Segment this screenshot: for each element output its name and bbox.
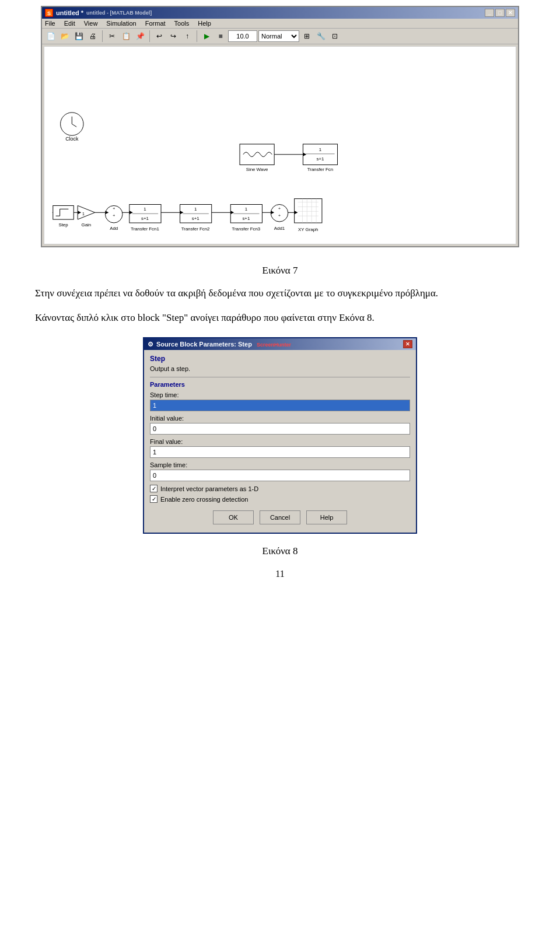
dialog-watermark: ScreenHunter <box>257 342 291 348</box>
svg-rect-13 <box>53 205 74 219</box>
svg-text:+: + <box>278 214 281 218</box>
block-xygraph[interactable]: XY Graph <box>295 199 322 232</box>
figure8-caption: Εικόνα 8 <box>35 545 525 557</box>
sim-mode-select[interactable]: Normal <box>258 30 299 42</box>
help-button[interactable]: Help <box>306 510 347 524</box>
sim-time-input[interactable] <box>228 30 257 42</box>
svg-text:1: 1 <box>194 206 197 212</box>
sample-time-input[interactable] <box>150 470 410 481</box>
minimize-button[interactable]: _ <box>485 9 494 17</box>
block-step[interactable]: Step <box>53 205 74 227</box>
svg-rect-41 <box>295 199 322 223</box>
block-tf3[interactable]: 1 s+1 Transfer Fcn3 <box>230 204 262 231</box>
toolbar-sep-1 <box>102 30 103 42</box>
svg-text:1: 1 <box>245 206 247 212</box>
toolbar-sep-3 <box>197 30 197 42</box>
menu-help[interactable]: Help <box>198 20 211 27</box>
block-tf1[interactable]: 1 s+1 Transfer Fcn1 <box>130 204 161 231</box>
svg-text:+: + <box>113 214 115 218</box>
title-bar-left: S untitled * untitled - [MATLAB Model] <box>45 9 152 17</box>
checkbox-vector-params-label: Interpret vector parameters as 1-D <box>160 485 258 492</box>
checkbox-zero-crossing: ✓ Enable zero crossing detection <box>150 495 410 503</box>
window-title-full: untitled - [MATLAB Model] <box>86 10 152 16</box>
menu-file[interactable]: File <box>45 20 55 27</box>
svg-text:Transfer Fcn1: Transfer Fcn1 <box>131 226 159 232</box>
final-value-input[interactable] <box>150 446 410 458</box>
svg-text:+: + <box>278 206 281 211</box>
ok-button[interactable]: OK <box>213 510 254 524</box>
maximize-button[interactable]: □ <box>495 9 505 17</box>
dialog-window: ⚙ Source Block Parameters: Step ScreenHu… <box>143 337 417 534</box>
library-icon[interactable]: ⊞ <box>300 30 313 43</box>
toolbar: 📄 📂 💾 🖨 ✂ 📋 📌 ↩ ↪ ↑ ▶ ■ Normal ⊞ 🔧 ⊡ <box>42 29 518 44</box>
paste-icon[interactable]: 📌 <box>134 30 146 43</box>
figure7-caption: Εικόνα 7 <box>35 265 525 276</box>
final-value-label: Final value: <box>150 438 410 445</box>
block-gain[interactable]: 1 Gain <box>78 205 95 227</box>
svg-text:Transfer Fcn3: Transfer Fcn3 <box>232 226 260 232</box>
svg-text:1: 1 <box>319 147 321 152</box>
fit-icon[interactable]: ⊡ <box>328 30 341 43</box>
canvas-svg: Clock Sine Wave 1 s+1 Transfer Fcn <box>44 47 516 244</box>
menu-bar: File Edit View Simulation Format Tools H… <box>42 19 518 29</box>
run-icon[interactable]: ▶ <box>200 30 213 43</box>
block-clock[interactable]: Clock <box>61 113 83 142</box>
redo-icon[interactable]: ↪ <box>167 30 180 43</box>
svg-text:+: + <box>113 206 115 211</box>
svg-text:Step: Step <box>58 222 68 228</box>
initial-value-input[interactable] <box>150 423 410 435</box>
title-bar: S untitled * untitled - [MATLAB Model] _… <box>42 7 518 19</box>
block-add1[interactable]: + + Add1 <box>271 204 288 230</box>
checkbox-vector-params: ✓ Interpret vector parameters as 1-D <box>150 485 410 492</box>
menu-edit[interactable]: Edit <box>64 20 75 27</box>
svg-text:Add: Add <box>110 226 118 231</box>
cancel-button[interactable]: Cancel <box>260 510 300 524</box>
paragraph2: Κάνοντας διπλό κλικ στο block "Step" ανο… <box>35 310 525 326</box>
menu-tools[interactable]: Tools <box>174 20 190 27</box>
toolbar-sep-2 <box>149 30 150 42</box>
paragraph1: Στην συνέχεια πρέπει να δοθούν τα ακριβή… <box>35 285 525 301</box>
checkbox-zero-crossing-box[interactable]: ✓ <box>150 495 158 503</box>
print-icon[interactable]: 🖨 <box>86 30 99 43</box>
block-sine-wave[interactable]: Sine Wave <box>240 144 274 172</box>
dialog-container: ⚙ Source Block Parameters: Step ScreenHu… <box>35 337 525 534</box>
simulink-canvas[interactable]: Clock Sine Wave 1 s+1 Transfer Fcn <box>44 46 516 244</box>
dialog-separator-1 <box>150 377 410 377</box>
svg-text:s+1: s+1 <box>192 216 200 221</box>
stop-icon[interactable]: ■ <box>214 30 227 43</box>
step-time-input[interactable] <box>150 400 410 411</box>
menu-view[interactable]: View <box>84 20 98 27</box>
undo-icon[interactable]: ↩ <box>153 30 166 43</box>
up-icon[interactable]: ↑ <box>181 30 194 43</box>
save-icon[interactable]: 💾 <box>72 30 85 43</box>
window-controls: _ □ ✕ <box>485 9 515 17</box>
menu-simulation[interactable]: Simulation <box>106 20 136 27</box>
block-tf2[interactable]: 1 s+1 Transfer Fcn2 <box>180 204 212 231</box>
open-icon[interactable]: 📂 <box>58 30 71 43</box>
dialog-buttons: OK Cancel Help <box>150 506 410 528</box>
new-icon[interactable]: 📄 <box>44 30 57 43</box>
svg-rect-4 <box>240 144 274 164</box>
menu-format[interactable]: Format <box>145 20 166 27</box>
copy-icon[interactable]: 📋 <box>120 30 132 43</box>
svg-text:Add1: Add1 <box>274 226 285 231</box>
svg-text:s+1: s+1 <box>141 216 149 221</box>
simulink-window: S untitled * untitled - [MATLAB Model] _… <box>41 6 519 247</box>
block-transfer-fcn-0[interactable]: 1 s+1 Transfer Fcn <box>303 144 337 172</box>
initial-value-label: Initial value: <box>150 415 410 422</box>
sample-time-label: Sample time: <box>150 461 410 468</box>
close-button[interactable]: ✕ <box>506 9 515 17</box>
step-time-label: Step time: <box>150 391 410 398</box>
checkbox-vector-params-box[interactable]: ✓ <box>150 485 158 492</box>
dialog-title-left: ⚙ Source Block Parameters: Step ScreenHu… <box>148 341 291 348</box>
dialog-title-icon: ⚙ <box>148 341 153 348</box>
dialog-close-button[interactable]: ✕ <box>403 340 412 348</box>
debug-icon[interactable]: 🔧 <box>314 30 327 43</box>
block-add[interactable]: + + Add <box>105 205 123 230</box>
cut-icon[interactable]: ✂ <box>106 30 118 43</box>
svg-text:s+1: s+1 <box>317 156 324 162</box>
svg-text:XY Graph: XY Graph <box>298 227 318 232</box>
app-icon: S <box>45 9 53 17</box>
page-content: Εικόνα 7 Στην συνέχεια πρέπει να δοθούν … <box>0 247 560 597</box>
dialog-params-title: Parameters <box>150 381 410 388</box>
